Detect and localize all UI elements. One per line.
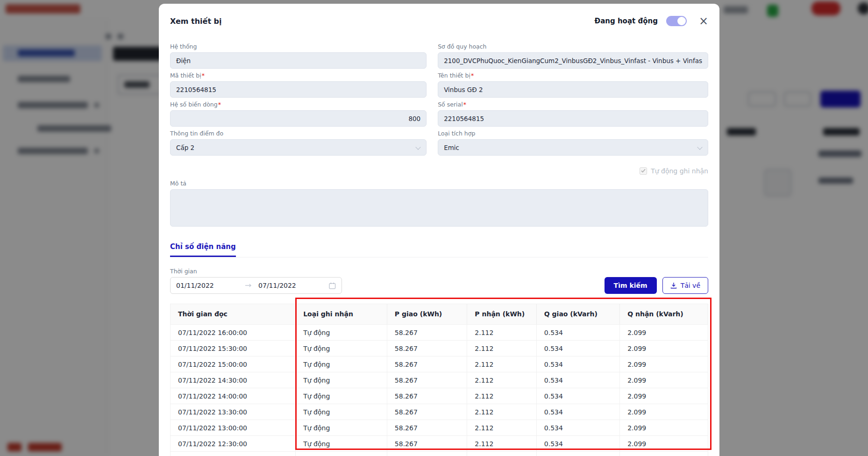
table-cell: 2.099 bbox=[620, 372, 708, 388]
table-cell: 58.267 bbox=[387, 356, 467, 372]
field-label: Tên thiết bị bbox=[438, 72, 470, 79]
table-cell: 2.112 bbox=[467, 372, 536, 388]
planning-diagram-input: 2100_DVCPhuQuoc_KienGiangCum2_VinbusGĐ2_… bbox=[438, 52, 708, 69]
modal-title: Xem thiết bị bbox=[170, 17, 222, 26]
field-integration-type: Loại tích hợp Emic bbox=[438, 130, 708, 156]
table-column-header: Loại ghi nhận bbox=[296, 304, 387, 325]
table-row: 07/11/2022 16:00:00Tự động58.2672.1120.5… bbox=[171, 325, 708, 341]
field-label: Hệ thống bbox=[170, 43, 197, 50]
field-label: Sơ đồ quy hoạch bbox=[438, 43, 486, 50]
download-button[interactable]: Tải về bbox=[662, 277, 708, 294]
tab-electricity-index[interactable]: Chỉ số điện năng bbox=[170, 242, 236, 257]
table-cell bbox=[296, 452, 387, 456]
time-filter-label: Thời gian bbox=[170, 268, 708, 275]
table-cell: 2.112 bbox=[467, 341, 536, 356]
device-code-input: 2210564815 bbox=[170, 81, 427, 98]
close-icon[interactable]: × bbox=[699, 15, 708, 27]
date-to-input[interactable]: 07/11/2022 bbox=[258, 282, 326, 289]
download-button-label: Tải về bbox=[681, 282, 700, 289]
table-cell: 0.534 bbox=[536, 420, 619, 436]
table-cell: 2.099 bbox=[620, 341, 708, 356]
table-cell: 07/11/2022 15:00:00 bbox=[171, 356, 296, 372]
table-cell bbox=[171, 452, 296, 456]
toggle-knob bbox=[677, 17, 686, 25]
field-serial: Số serial* 2210564815 bbox=[438, 101, 708, 127]
field-ct-ratio: Hệ số biến dòng* 800 bbox=[170, 101, 427, 127]
auto-record-row: Tự động ghi nhận bbox=[438, 167, 708, 175]
table-cell: 07/11/2022 14:00:00 bbox=[171, 388, 296, 404]
download-icon bbox=[670, 282, 677, 289]
table-cell: 2.112 bbox=[467, 325, 536, 341]
table-cell: 07/11/2022 13:30:00 bbox=[171, 404, 296, 420]
table-cell: Tự động bbox=[296, 404, 387, 420]
table-cell: 58.267 bbox=[387, 325, 467, 341]
date-range-picker[interactable]: 01/11/2022 07/11/2022 bbox=[170, 277, 342, 294]
table-header: Thời gian đọcLoại ghi nhậnP giao (kWh)P … bbox=[171, 304, 708, 325]
table-cell bbox=[387, 452, 467, 456]
table-cell: 2.112 bbox=[467, 436, 536, 452]
status-toggle-label: Đang hoạt động bbox=[595, 17, 658, 25]
readings-table: Thời gian đọcLoại ghi nhậnP giao (kWh)P … bbox=[170, 304, 708, 456]
search-button[interactable]: Tìm kiếm bbox=[605, 277, 657, 294]
field-label: Số serial bbox=[438, 101, 463, 108]
table-cell: 58.267 bbox=[387, 404, 467, 420]
table-cell: 2.099 bbox=[620, 356, 708, 372]
serial-input: 2210564815 bbox=[438, 110, 708, 127]
table-row: 07/11/2022 12:30:00Tự động58.2672.1120.5… bbox=[171, 436, 708, 452]
calendar-icon bbox=[329, 282, 336, 289]
table-cell: Tự động bbox=[296, 325, 387, 341]
table-cell: Tự động bbox=[296, 420, 387, 436]
table-row-partial bbox=[171, 452, 708, 456]
table-cell: Tự động bbox=[296, 341, 387, 356]
system-input: Điện bbox=[170, 52, 427, 69]
table-cell: 0.534 bbox=[536, 341, 619, 356]
field-label: Hệ số biến dòng bbox=[170, 101, 218, 108]
table-cell bbox=[536, 452, 619, 456]
field-measure-point: Thông tin điểm đo Cấp 2 bbox=[170, 130, 427, 156]
table-cell: 58.267 bbox=[387, 436, 467, 452]
table-cell: 2.099 bbox=[620, 325, 708, 341]
table-cell: 07/11/2022 16:00:00 bbox=[171, 325, 296, 341]
table-cell: 2.099 bbox=[620, 388, 708, 404]
modal-header: Xem thiết bị Đang hoạt động × bbox=[170, 4, 708, 28]
field-description: Mô tả bbox=[170, 180, 708, 227]
table-cell: 2.112 bbox=[467, 404, 536, 420]
date-from-input[interactable]: 01/11/2022 bbox=[176, 282, 242, 289]
table-cell bbox=[620, 452, 708, 456]
device-name-input: Vinbus GĐ 2 bbox=[438, 81, 708, 98]
field-label: Mã thiết bị bbox=[170, 72, 201, 79]
table-row: 07/11/2022 14:30:00Tự động58.2672.1120.5… bbox=[171, 372, 708, 388]
table-cell: 0.534 bbox=[536, 372, 619, 388]
table-cell: 0.534 bbox=[536, 404, 619, 420]
ct-ratio-input: 800 bbox=[170, 110, 427, 127]
field-label: Mô tả bbox=[170, 180, 186, 187]
field-device-name: Tên thiết bị* Vinbus GĐ 2 bbox=[438, 72, 708, 98]
table-row: 07/11/2022 13:00:00Tự động58.2672.1120.5… bbox=[171, 420, 708, 436]
table-row: 07/11/2022 15:30:00Tự động58.2672.1120.5… bbox=[171, 341, 708, 356]
table-row: 07/11/2022 15:00:00Tự động58.2672.1120.5… bbox=[171, 356, 708, 372]
check-icon bbox=[641, 169, 646, 173]
table-cell: 07/11/2022 15:30:00 bbox=[171, 341, 296, 356]
table-cell: 07/11/2022 12:30:00 bbox=[171, 436, 296, 452]
active-status-toggle[interactable] bbox=[666, 16, 687, 26]
table-cell bbox=[467, 452, 536, 456]
table-cell: Tự động bbox=[296, 356, 387, 372]
auto-record-label: Tự động ghi nhận bbox=[651, 167, 708, 175]
view-device-modal: Xem thiết bị Đang hoạt động × Hệ thống Đ… bbox=[159, 4, 719, 456]
table-cell: 2.112 bbox=[467, 356, 536, 372]
table-cell: 58.267 bbox=[387, 372, 467, 388]
required-mark: * bbox=[202, 72, 205, 79]
field-device-code: Mã thiết bị* 2210564815 bbox=[170, 72, 427, 98]
integration-type-select: Emic bbox=[438, 139, 708, 156]
required-mark: * bbox=[471, 72, 474, 79]
arrow-right-icon bbox=[245, 283, 252, 288]
field-label: Thông tin điểm đo bbox=[170, 130, 223, 137]
table-cell: 2.099 bbox=[620, 436, 708, 452]
table-cell: 58.267 bbox=[387, 341, 467, 356]
table-column-header: P giao (kWh) bbox=[387, 304, 467, 325]
table-cell: 58.267 bbox=[387, 420, 467, 436]
field-label: Loại tích hợp bbox=[438, 130, 475, 137]
table-cell: 0.534 bbox=[536, 356, 619, 372]
auto-record-checkbox bbox=[640, 167, 647, 175]
table-cell: 0.534 bbox=[536, 325, 619, 341]
